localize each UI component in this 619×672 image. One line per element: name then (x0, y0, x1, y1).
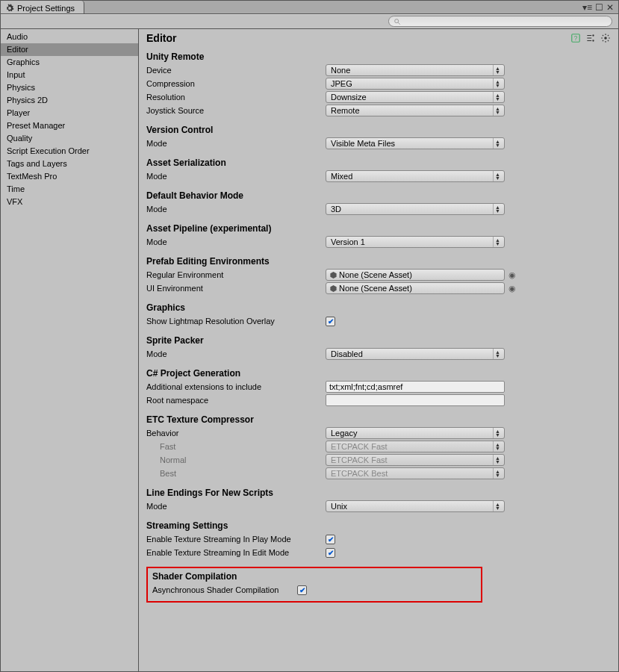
dropdown-etc-normal: ETCPACK Fast▲▼ (326, 454, 505, 466)
unity-icon (329, 271, 338, 279)
dropdown-vc-mode[interactable]: Visible Meta Files▲▼ (326, 137, 505, 149)
target-icon[interactable]: ◉ (505, 284, 520, 293)
dropdown-etc-best: ETCPACK Best▲▼ (326, 467, 505, 479)
label-lightmap: Show Lightmap Resolution Overlay (146, 317, 326, 326)
sidebar-item-input[interactable]: Input (1, 69, 138, 81)
dropdown-etc-fast: ETCPACK Fast▲▼ (326, 441, 505, 452)
label-regular-env: Regular Environment (146, 270, 326, 279)
close-icon[interactable]: ✕ (606, 2, 614, 13)
section-unity-remote: Unity Remote (146, 52, 611, 62)
label-vc-mode: Mode (146, 139, 326, 148)
objfield-regular-env[interactable]: None (Scene Asset) (326, 269, 505, 281)
section-version-control: Version Control (146, 125, 611, 135)
input-rootns[interactable] (326, 394, 505, 406)
tab-label: Project Settings (17, 4, 75, 13)
sidebar-item-physics[interactable]: Physics (1, 81, 138, 94)
section-shader: Shader Compilation (152, 571, 476, 582)
label-stream-play: Enable Texture Streaming In Play Mode (146, 535, 326, 544)
highlight-shader-compilation: Shader Compilation Asynchronous Shader C… (146, 567, 482, 603)
section-default-behavior: Default Behavior Mode (146, 190, 611, 201)
section-csproj: C# Project Generation (146, 368, 611, 379)
search-icon (394, 18, 401, 25)
dropdown-device[interactable]: None▲▼ (326, 64, 505, 76)
label-as-mode: Mode (146, 172, 326, 181)
sidebar-item-player[interactable]: Player (1, 107, 138, 119)
dropdown-compression[interactable]: JPEG▲▼ (326, 78, 505, 90)
preset-icon[interactable] (585, 33, 596, 43)
checkbox-lightmap[interactable] (326, 317, 335, 326)
section-line-endings: Line Endings For New Scripts (146, 488, 611, 498)
sidebar-item-audio[interactable]: Audio (1, 31, 138, 43)
label-rootns: Root namespace (146, 396, 326, 405)
section-asset-serialization: Asset Serialization (146, 158, 611, 168)
toolbar (1, 14, 618, 29)
help-icon[interactable]: ? (570, 33, 581, 43)
body: AudioEditorGraphicsInputPhysicsPhysics 2… (1, 29, 618, 671)
sidebar: AudioEditorGraphicsInputPhysicsPhysics 2… (1, 29, 139, 671)
label-etc-best: Best (146, 469, 326, 478)
search-input[interactable] (388, 16, 612, 27)
target-icon[interactable]: ◉ (505, 270, 520, 280)
sidebar-item-script-execution-order[interactable]: Script Execution Order (1, 145, 138, 158)
label-joystick: Joystick Source (146, 106, 326, 115)
dropdown-as-mode[interactable]: Mixed▲▼ (326, 170, 505, 182)
content: Editor ? Unity Remote DeviceNone▲▼ Compr… (139, 29, 618, 671)
label-stream-edit: Enable Texture Streaming In Edit Mode (146, 548, 326, 557)
dropdown-joystick[interactable]: Remote▲▼ (326, 105, 505, 116)
dropdown-resolution[interactable]: Downsize▲▼ (326, 91, 505, 103)
dropdown-etc-behavior[interactable]: Legacy▲▼ (326, 427, 505, 439)
sidebar-item-graphics[interactable]: Graphics (1, 56, 138, 69)
dropdown-ap-mode[interactable]: Version 1▲▼ (326, 236, 505, 248)
page-title: Editor (146, 32, 176, 44)
svg-point-5 (592, 40, 594, 41)
svg-text:?: ? (574, 35, 578, 42)
svg-point-0 (395, 19, 399, 22)
checkbox-stream-edit[interactable] (326, 548, 335, 558)
sidebar-item-physics-2d[interactable]: Physics 2D (1, 94, 138, 107)
section-etc: ETC Texture Compressor (146, 414, 611, 425)
svg-point-4 (592, 34, 594, 36)
dropdown-sp-mode[interactable]: Disabled▲▼ (326, 348, 505, 360)
window-controls: ▾≡ ☐ ✕ (582, 2, 618, 13)
page-header: Editor ? (146, 32, 611, 44)
label-resolution: Resolution (146, 93, 326, 102)
label-ap-mode: Mode (146, 237, 326, 246)
sidebar-item-time[interactable]: Time (1, 183, 138, 196)
label-etc-normal: Normal (146, 455, 326, 464)
svg-point-6 (604, 37, 607, 40)
svg-line-1 (398, 22, 400, 25)
label-etc-fast: Fast (146, 442, 326, 451)
label-ext: Additional extensions to include (146, 382, 326, 391)
dropdown-le-mode[interactable]: Unix▲▼ (326, 500, 505, 512)
section-streaming: Streaming Settings (146, 520, 611, 531)
label-async-shader: Asynchronous Shader Compilation (152, 585, 297, 594)
label-sp-mode: Mode (146, 349, 326, 358)
objfield-ui-env[interactable]: None (Scene Asset) (326, 282, 505, 294)
checkbox-stream-play[interactable] (326, 535, 335, 544)
sidebar-item-vfx[interactable]: VFX (1, 196, 138, 208)
project-settings-window: Project Settings ▾≡ ☐ ✕ AudioEditorGraph… (0, 0, 619, 672)
label-device: Device (146, 66, 326, 75)
maximize-icon[interactable]: ☐ (595, 2, 603, 13)
input-extensions[interactable]: txt;xml;fnt;cd;asmref (326, 381, 505, 393)
sidebar-item-quality[interactable]: Quality (1, 132, 138, 145)
settings-icon[interactable] (600, 33, 611, 43)
dropdown-db-mode[interactable]: 3D▲▼ (326, 203, 505, 215)
label-compression: Compression (146, 79, 326, 88)
label-ui-env: UI Environment (146, 284, 326, 293)
sidebar-item-preset-manager[interactable]: Preset Manager (1, 119, 138, 132)
unity-icon (329, 284, 338, 293)
section-graphics: Graphics (146, 302, 611, 313)
checkbox-async-shader[interactable] (297, 585, 307, 595)
titlebar: Project Settings ▾≡ ☐ ✕ (1, 1, 618, 14)
section-prefab-env: Prefab Editing Environments (146, 256, 611, 267)
sidebar-item-tags-and-layers[interactable]: Tags and Layers (1, 158, 138, 170)
label-db-mode: Mode (146, 205, 326, 214)
section-sprite-packer: Sprite Packer (146, 335, 611, 346)
tab-project-settings[interactable]: Project Settings (1, 1, 84, 13)
label-le-mode: Mode (146, 502, 326, 511)
section-asset-pipeline: Asset Pipeline (experimental) (146, 223, 611, 234)
dropdown-icon[interactable]: ▾≡ (582, 2, 592, 13)
sidebar-item-editor[interactable]: Editor (1, 43, 138, 56)
sidebar-item-textmesh-pro[interactable]: TextMesh Pro (1, 170, 138, 183)
